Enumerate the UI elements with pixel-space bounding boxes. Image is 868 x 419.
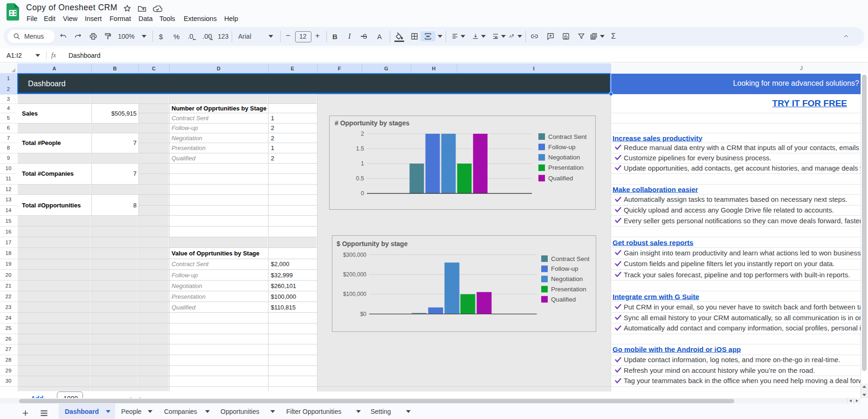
svg-text:$300,000: $300,000	[343, 252, 366, 258]
svg-text:Contract Sent: Contract Sent	[548, 133, 587, 140]
svg-text:Contract Sent: Contract Sent	[551, 255, 590, 262]
svg-text:A: A	[509, 34, 512, 39]
svg-text:0: 0	[361, 190, 364, 197]
svg-text:Negotiation: Negotiation	[551, 275, 583, 282]
svg-text:$ Opportunity by stage: $ Opportunity by stage	[337, 240, 408, 247]
svg-text:2: 2	[361, 131, 364, 137]
svg-text:Follow-up: Follow-up	[551, 265, 579, 272]
svg-text:$0: $0	[360, 311, 367, 317]
svg-text:Presentation: Presentation	[548, 164, 584, 171]
svg-text:Presentation: Presentation	[551, 286, 586, 293]
svg-text:1: 1	[361, 160, 364, 167]
svg-text:$100,000: $100,000	[343, 291, 366, 297]
svg-text:0.5: 0.5	[356, 175, 364, 182]
svg-text:$200,000: $200,000	[343, 271, 366, 278]
svg-text:# Opportunity by stages: # Opportunity by stages	[335, 119, 409, 127]
svg-text:Follow-up: Follow-up	[548, 144, 576, 151]
svg-text:Qualified: Qualified	[548, 175, 573, 182]
svg-text:Negotiation: Negotiation	[548, 154, 580, 161]
svg-text:Qualified: Qualified	[551, 296, 576, 303]
svg-text:1.5: 1.5	[356, 145, 364, 152]
